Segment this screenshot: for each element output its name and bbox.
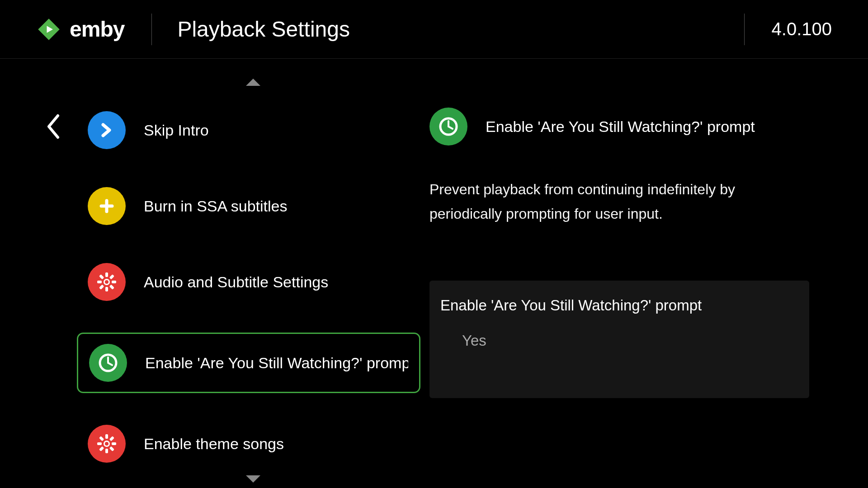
menu-item-label: Burn in SSA subtitles: [144, 197, 288, 215]
scroll-down-button[interactable]: [77, 469, 429, 488]
setting-card-title: Enable 'Are You Still Watching?' prompt: [440, 297, 791, 314]
svg-line-17: [108, 363, 112, 365]
gear-icon: [88, 425, 126, 463]
svg-point-27: [105, 442, 108, 446]
logo-text: emby: [70, 17, 124, 42]
setting-value-card[interactable]: Enable 'Are You Still Watching?' prompt …: [429, 281, 809, 398]
svg-rect-19: [105, 434, 108, 439]
svg-rect-22: [112, 442, 116, 445]
clock-icon: [89, 344, 127, 382]
svg-rect-21: [97, 442, 102, 445]
svg-rect-6: [105, 272, 108, 277]
menu-item-skip-intro[interactable]: Skip Intro: [77, 105, 420, 155]
detail-description: Prevent playback from continuing indefin…: [429, 177, 809, 226]
skip-forward-icon: [88, 111, 126, 149]
clock-icon: [429, 108, 467, 145]
detail-header: Enable 'Are You Still Watching?' prompt: [429, 108, 809, 145]
settings-menu-list: Skip Intro Burn in SSA subtitles: [77, 97, 429, 469]
svg-marker-28: [246, 475, 260, 483]
detail-title: Enable 'Are You Still Watching?' prompt: [486, 118, 755, 136]
svg-rect-23: [109, 436, 114, 441]
menu-item-still-watching[interactable]: Enable 'Are You Still Watching?' promp: [77, 333, 420, 393]
menu-item-burn-ssa[interactable]: Burn in SSA subtitles: [77, 181, 420, 231]
menu-item-audio-subtitle[interactable]: Audio and Subtitle Settings: [77, 257, 420, 307]
logo: emby: [36, 14, 152, 45]
menu-item-theme-songs[interactable]: Enable theme songs: [77, 418, 420, 469]
svg-rect-13: [109, 285, 114, 290]
scroll-up-button[interactable]: [77, 72, 429, 97]
page-title: Playback Settings: [152, 17, 744, 42]
emby-logo-icon: [36, 17, 61, 42]
svg-rect-8: [97, 281, 102, 283]
svg-line-31: [448, 127, 453, 129]
svg-rect-20: [105, 449, 108, 453]
plus-icon: [88, 187, 126, 225]
back-button[interactable]: [45, 113, 61, 140]
menu-item-label: Skip Intro: [144, 122, 209, 139]
svg-rect-12: [99, 274, 104, 279]
header: emby Playback Settings 4.0.100: [0, 0, 868, 59]
setting-card-value: Yes: [440, 332, 791, 349]
version-label: 4.0.100: [772, 19, 832, 39]
svg-marker-2: [246, 79, 260, 86]
svg-rect-26: [109, 446, 114, 451]
main-content: Skip Intro Burn in SSA subtitles: [0, 59, 868, 488]
detail-column: Enable 'Are You Still Watching?' prompt …: [429, 72, 868, 488]
version-wrap: 4.0.100: [744, 14, 832, 45]
svg-point-14: [105, 280, 108, 284]
svg-rect-24: [99, 446, 104, 451]
menu-item-label: Enable 'Are You Still Watching?' promp: [145, 354, 408, 372]
svg-rect-11: [99, 285, 104, 290]
svg-rect-10: [109, 274, 114, 279]
gear-icon: [88, 263, 126, 301]
svg-rect-7: [105, 287, 108, 291]
svg-rect-25: [99, 436, 104, 441]
menu-item-label: Enable theme songs: [144, 435, 284, 453]
svg-rect-9: [112, 281, 116, 283]
menu-item-label: Audio and Subtitle Settings: [144, 273, 328, 291]
settings-list-column: Skip Intro Burn in SSA subtitles: [0, 72, 429, 488]
